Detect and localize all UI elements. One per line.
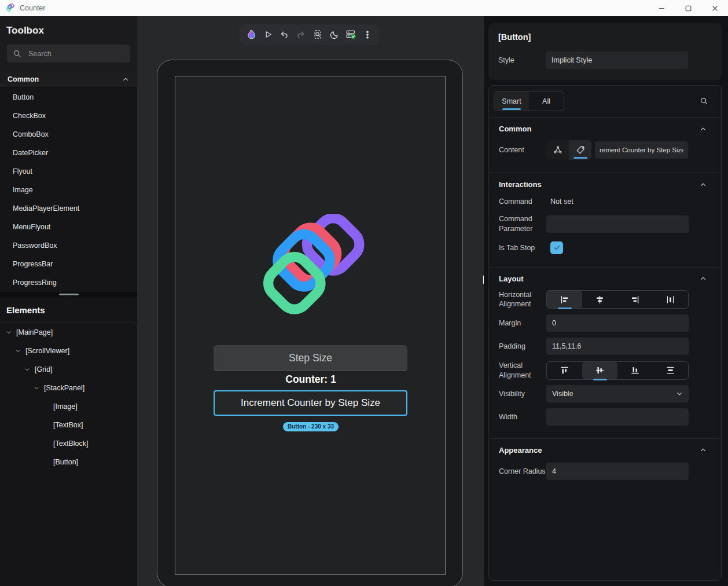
v-align-top-button[interactable] [547, 362, 582, 379]
v-align-bottom-button[interactable] [617, 362, 653, 379]
h-align-right-button[interactable] [617, 291, 653, 308]
properties-tabs-row: Smart All [489, 86, 721, 111]
toolbox-item[interactable]: Image [0, 181, 137, 199]
counter-textblock: Counter: 1 [175, 373, 446, 386]
is-tab-stop-checkbox[interactable] [550, 241, 563, 254]
minimize-button[interactable] [648, 0, 675, 16]
toolbox-item[interactable]: MenuFlyout [0, 218, 137, 236]
style-input[interactable] [546, 52, 688, 69]
width-input[interactable] [546, 408, 689, 426]
chevron-down-icon [676, 390, 683, 397]
tree-item[interactable]: [StackPanel] [0, 379, 137, 397]
align-middle-icon [595, 366, 604, 375]
margin-input[interactable] [546, 314, 689, 332]
search-icon [13, 49, 21, 58]
toolbox-item[interactable]: ProgressRing [0, 273, 137, 292]
appearance-section-title: Appearance [499, 446, 542, 455]
h-align-center-button[interactable] [582, 291, 617, 308]
redo-icon[interactable] [296, 30, 306, 39]
common-section-title: Common [499, 124, 531, 133]
chevron-down-icon[interactable] [24, 367, 32, 372]
zoom-selection-icon[interactable] [313, 30, 322, 39]
chevron-down-icon[interactable] [34, 385, 42, 391]
toolbox-item[interactable]: MediaPlayerElement [0, 199, 137, 218]
properties-tab-group: Smart All [494, 91, 564, 111]
toolbox-search-box[interactable] [7, 45, 130, 63]
toolbox-item[interactable]: ProgressBar [0, 255, 137, 273]
h-align-stretch-button[interactable] [653, 291, 688, 308]
tab-all[interactable]: All [529, 91, 564, 111]
step-size-textbox-text: Step Size [289, 352, 332, 364]
toolbox-item[interactable]: ComboBox [0, 125, 137, 144]
close-button[interactable] [701, 0, 728, 16]
collapse-chevron-up-icon[interactable] [122, 76, 129, 83]
app-logo-image [248, 214, 373, 339]
more-options-kebab-icon[interactable] [363, 30, 372, 39]
undo-icon[interactable] [280, 30, 289, 39]
content-binding-mode-button[interactable] [546, 140, 569, 160]
tree-item[interactable]: [TextBox] [0, 416, 137, 434]
increment-counter-button[interactable]: Increment Counter by Step Size [214, 390, 407, 416]
tree-item[interactable]: [Button] [0, 453, 137, 471]
maximize-button[interactable] [675, 0, 701, 16]
toolbox-item[interactable]: CheckBox [0, 107, 137, 125]
padding-input[interactable] [546, 338, 689, 355]
toolbox-section-title: Common [8, 75, 39, 83]
command-parameter-input[interactable] [546, 215, 689, 233]
vertical-alignment-label: Vertical Alignment [499, 361, 546, 380]
v-align-center-button[interactable] [582, 362, 617, 379]
tree-item-label: [Image] [53, 402, 78, 411]
property-inspector: [Button] Style Smart All Common [484, 16, 728, 586]
step-size-textbox[interactable]: Step Size [214, 345, 407, 371]
toolbox-panel-header: Toolbox [0, 16, 137, 71]
collapse-chevron-up-icon[interactable] [700, 446, 707, 453]
toolbox-item[interactable]: Flyout [0, 162, 137, 181]
tree-item-label: [TextBlock] [53, 440, 88, 448]
align-right-icon [631, 295, 639, 304]
toolbox-item[interactable]: PasswordBox [0, 236, 137, 255]
stretch-vertical-icon [666, 366, 675, 375]
padding-label: Padding [499, 342, 546, 351]
increment-counter-button-label: Increment Counter by Step Size [241, 397, 380, 409]
play-icon[interactable] [264, 30, 273, 39]
tree-item[interactable]: [TextBlock] [0, 434, 137, 453]
dark-mode-moon-icon[interactable] [330, 30, 339, 39]
connection-status-icon[interactable] [346, 30, 356, 39]
properties-search-icon[interactable] [700, 97, 708, 105]
toolbox-search-input[interactable] [28, 50, 124, 58]
tree-item[interactable]: [Grid] [0, 360, 137, 379]
command-parameter-label: Command Parameter [499, 214, 546, 233]
tree-item[interactable]: [ScrollViewer] [0, 342, 137, 360]
visibility-select[interactable]: Visible [546, 385, 689, 402]
tree-item-label: [TextBox] [53, 421, 83, 429]
v-align-stretch-button[interactable] [653, 362, 688, 379]
horizontal-alignment-group [546, 290, 689, 309]
tab-smart[interactable]: Smart [494, 91, 529, 111]
content-text-mode-button[interactable] [569, 140, 591, 160]
toolbox-item[interactable]: Button [0, 88, 137, 107]
panel-splitter[interactable] [0, 292, 137, 296]
titlebar: Counter [0, 0, 728, 16]
chevron-down-icon[interactable] [15, 348, 23, 354]
corner-radius-input[interactable] [546, 463, 689, 480]
h-align-left-button[interactable] [547, 291, 582, 308]
vertical-alignment-group [546, 361, 689, 380]
tree-item-label: [StackPanel] [44, 384, 84, 392]
toolbox-section-header[interactable]: Common [0, 71, 137, 88]
tree-item-label: [Grid] [35, 365, 53, 373]
section-layout: Layout Horizontal Alignment [489, 268, 721, 433]
tree-item[interactable]: [MainPage] [0, 323, 137, 342]
style-label: Style [498, 56, 546, 65]
selection-size-badge: Button - 230 x 33 [283, 422, 339, 431]
hot-reload-flame-icon[interactable] [247, 30, 256, 39]
chevron-down-icon[interactable] [6, 329, 14, 335]
content-input[interactable] [595, 141, 688, 159]
toolbox-item[interactable]: DatePicker [0, 144, 137, 162]
window-controls [648, 0, 728, 16]
maximize-icon [685, 5, 692, 12]
collapse-chevron-up-icon[interactable] [700, 126, 707, 133]
collapse-chevron-up-icon[interactable] [700, 181, 707, 188]
collapse-chevron-up-icon[interactable] [700, 275, 707, 282]
tree-item[interactable]: [Image] [0, 397, 137, 416]
close-icon [711, 5, 719, 12]
